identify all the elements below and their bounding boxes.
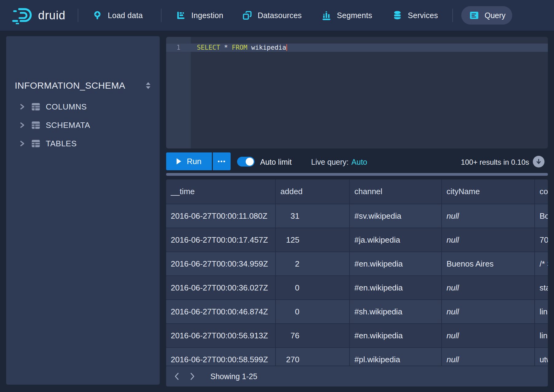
nav-item-segments[interactable]: Segments [321, 0, 372, 31]
prev-page-button[interactable] [172, 372, 181, 381]
cell-time[interactable]: 2016-06-27T00:00:56.913Z [166, 324, 275, 348]
cell-cityname[interactable]: null [442, 324, 535, 348]
navbar-divider [78, 9, 78, 22]
live-query-label: Live query: [311, 158, 349, 166]
schema-tree: COLUMNS SCHEMATA [6, 98, 160, 153]
cell-cityname[interactable]: null [442, 276, 535, 300]
panel-resize-handle[interactable] [166, 173, 548, 176]
schema-sidebar: INFORMATION_SCHEMA COLUMNS [6, 36, 160, 385]
auto-limit-toggle[interactable] [237, 157, 255, 167]
play-icon [177, 158, 181, 164]
nav-item-datasources[interactable]: Datasources [242, 0, 302, 31]
results-summary: 100+ results in 0.10s [461, 157, 529, 167]
table-row: 2016-06-27T00:00:56.913Z 76 #en.wikipedi… [166, 324, 548, 348]
live-query-control: Live query:Auto [311, 157, 367, 167]
cell-channel[interactable]: #en.wikipedia [349, 252, 442, 276]
results-table: __time added channel cityName comment 20… [166, 179, 548, 372]
auto-limit-label[interactable]: Auto limit [260, 157, 292, 167]
brand-wordmark: druid [38, 9, 66, 22]
column-header-cityname[interactable]: cityName [442, 179, 535, 204]
database-icon [392, 10, 403, 21]
table-row: 2016-06-27T00:00:46.874Z 0 #sh.wikipedia… [166, 300, 548, 324]
table-row: 2016-06-27T00:00:36.027Z 0 #en.wikipedia… [166, 276, 548, 300]
query-results-panel: __time added channel cityName comment 20… [166, 179, 548, 386]
table-icon [31, 139, 41, 148]
cell-added[interactable]: 125 [275, 228, 349, 252]
cell-cityname[interactable]: Buenos Aires [442, 252, 535, 276]
navbar-divider [161, 9, 162, 22]
cell-time[interactable]: 2016-06-27T00:00:36.027Z [166, 276, 275, 300]
download-results-button[interactable] [533, 156, 544, 167]
cell-time[interactable]: 2016-06-27T00:00:34.959Z [166, 252, 275, 276]
tree-item-columns[interactable]: COLUMNS [6, 98, 160, 116]
tree-item-tables[interactable]: TABLES [6, 134, 160, 153]
editor-gutter [166, 37, 191, 148]
run-button[interactable]: Run [166, 152, 212, 170]
cell-channel[interactable]: #sh.wikipedia [349, 300, 442, 324]
druid-logo[interactable]: druid [12, 6, 66, 24]
pagination-status: Showing 1-25 [210, 372, 257, 381]
cell-comment[interactable]: stat [535, 276, 548, 300]
cell-cityname[interactable]: null [442, 204, 535, 228]
table-row: 2016-06-27T00:00:34.959Z 2 #en.wikipedia… [166, 252, 548, 276]
nav-item-load-data[interactable]: Load data [92, 0, 143, 31]
live-query-value[interactable]: Auto [351, 158, 367, 166]
cell-comment[interactable]: 70: [535, 228, 548, 252]
cell-cityname[interactable]: null [442, 228, 535, 252]
toggle-knob [246, 158, 254, 166]
cell-added[interactable]: 0 [275, 300, 349, 324]
nav-item-query-active[interactable]: Query [461, 6, 512, 25]
cell-added[interactable]: 31 [275, 204, 349, 228]
cell-channel[interactable]: #ja.wikipedia [349, 228, 442, 252]
schema-title: INFORMATION_SCHEMA [15, 80, 125, 91]
cell-channel[interactable]: #sv.wikipedia [349, 204, 442, 228]
upload-icon [92, 10, 103, 21]
druid-logo-icon [12, 6, 34, 24]
cell-channel[interactable]: #en.wikipedia [349, 324, 442, 348]
cell-time[interactable]: 2016-06-27T00:00:46.874Z [166, 300, 275, 324]
chevron-right-icon[interactable] [19, 140, 25, 147]
gantt-chart-icon [176, 10, 186, 21]
editor-line-number: 1 [166, 44, 191, 52]
top-navbar: druid Load data Ingestion [0, 0, 554, 31]
navbar-divider [452, 9, 453, 22]
column-header-comment[interactable]: comment [535, 179, 548, 204]
next-page-button[interactable] [188, 372, 197, 381]
cell-comment[interactable]: link [535, 300, 548, 324]
cell-cityname[interactable]: null [442, 300, 535, 324]
download-arrow-icon [535, 158, 542, 165]
druid-console: { "navbar": { "brand": "druid", "items":… [0, 0, 554, 392]
sql-query-text[interactable]: SELECT * FROM wikipedia [197, 44, 287, 52]
cell-added[interactable]: 0 [275, 276, 349, 300]
table-row: 2016-06-27T00:00:17.457Z 125 #ja.wikiped… [166, 228, 548, 252]
run-more-button[interactable]: ••• [213, 152, 231, 170]
text-cursor [286, 44, 287, 51]
cell-channel[interactable]: #en.wikipedia [349, 276, 442, 300]
console-icon [469, 10, 480, 21]
chevron-right-icon[interactable] [19, 103, 25, 110]
tree-item-schemata[interactable]: SCHEMATA [6, 116, 160, 134]
stacked-squares-icon [242, 10, 252, 21]
cell-time[interactable]: 2016-06-27T00:00:17.457Z [166, 228, 275, 252]
nav-item-services[interactable]: Services [392, 0, 438, 31]
results-header-row: __time added channel cityName comment [166, 179, 548, 204]
table-icon [31, 102, 41, 111]
column-header-added[interactable]: added [275, 179, 349, 204]
chevron-right-icon[interactable] [19, 122, 25, 129]
cell-comment[interactable]: link [535, 324, 548, 348]
nav-item-ingestion[interactable]: Ingestion [176, 0, 223, 31]
column-header-channel[interactable]: channel [349, 179, 442, 204]
cell-time[interactable]: 2016-06-27T00:00:11.080Z [166, 204, 275, 228]
cell-comment[interactable]: /* S [535, 252, 548, 276]
bar-chart-icon [321, 10, 332, 21]
results-pagination: Showing 1-25 [166, 366, 548, 386]
table-icon [31, 121, 41, 130]
sql-editor[interactable]: 1 SELECT * FROM wikipedia [166, 37, 548, 148]
table-row: 2016-06-27T00:00:11.080Z 31 #sv.wikipedi… [166, 204, 548, 228]
cell-added[interactable]: 76 [275, 324, 349, 348]
cell-added[interactable]: 2 [275, 252, 349, 276]
schema-selector-caret-icon[interactable] [145, 82, 152, 90]
column-header-time[interactable]: __time [166, 179, 275, 204]
cell-comment[interactable]: Bot [535, 204, 548, 228]
